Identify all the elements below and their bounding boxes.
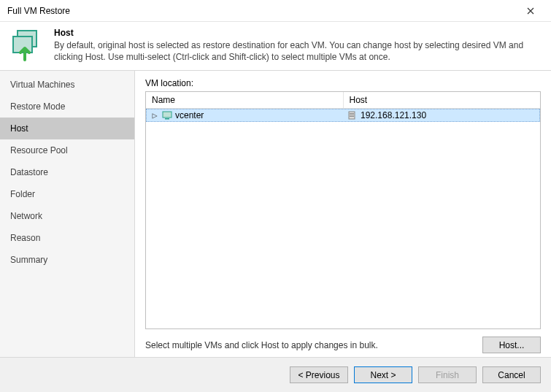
sidebar-item-host[interactable]: Host <box>0 118 134 139</box>
sidebar-item-restore-mode[interactable]: Restore Mode <box>0 96 134 118</box>
section-label-vm-location: VM location: <box>145 78 541 88</box>
vm-location-grid[interactable]: Name Host ▷ vcenter <box>145 91 541 329</box>
expand-toggle-icon[interactable]: ▷ <box>150 110 159 120</box>
finish-button[interactable]: Finish <box>418 366 477 383</box>
sidebar-item-virtual-machines[interactable]: Virtual Machines <box>0 74 134 96</box>
wizard-main-panel: VM location: Name Host ▷ vcenter <box>135 71 551 359</box>
vm-restore-icon <box>10 28 45 63</box>
host-button[interactable]: Host... <box>482 337 541 353</box>
svg-rect-5 <box>350 113 354 114</box>
vm-icon <box>162 111 172 120</box>
sidebar-item-summary[interactable]: Summary <box>0 249 134 271</box>
window-close-button[interactable] <box>516 0 545 22</box>
bulk-hint-text: Select multiple VMs and click Host to ap… <box>145 340 477 350</box>
close-icon <box>527 7 534 15</box>
wizard-header: Host By default, original host is select… <box>0 22 551 70</box>
svg-rect-3 <box>165 118 169 120</box>
sidebar-item-network[interactable]: Network <box>0 205 134 227</box>
cancel-button[interactable]: Cancel <box>482 366 541 383</box>
cell-host-text: 192.168.121.130 <box>361 110 426 120</box>
column-header-name[interactable]: Name <box>146 92 344 108</box>
sidebar-item-datastore[interactable]: Datastore <box>0 161 134 183</box>
grid-header: Name Host <box>146 92 540 109</box>
column-header-host[interactable]: Host <box>344 92 541 108</box>
window-titlebar: Full VM Restore <box>0 0 551 22</box>
table-row[interactable]: ▷ vcenter 192.168.121.130 <box>146 109 540 122</box>
svg-rect-7 <box>350 116 354 117</box>
sidebar-item-reason[interactable]: Reason <box>0 227 134 249</box>
cell-name-text: vcenter <box>175 110 204 120</box>
svg-rect-6 <box>350 115 354 115</box>
wizard-logo <box>10 28 45 63</box>
sidebar-item-folder[interactable]: Folder <box>0 183 134 205</box>
next-button[interactable]: Next > <box>354 366 412 383</box>
host-icon <box>347 111 358 120</box>
wizard-footer: < Previous Next > Finish Cancel <box>0 357 551 392</box>
cell-name: ▷ vcenter <box>146 109 343 122</box>
wizard-step-title: Host <box>54 28 541 38</box>
wizard-step-description: By default, original host is selected as… <box>54 39 541 63</box>
svg-rect-2 <box>163 112 172 118</box>
window-title: Full VM Restore <box>7 6 516 16</box>
previous-button[interactable]: < Previous <box>290 366 348 383</box>
cell-host: 192.168.121.130 <box>343 109 540 122</box>
sidebar-item-resource-pool[interactable]: Resource Pool <box>0 139 134 161</box>
wizard-steps-sidebar: Virtual Machines Restore Mode Host Resou… <box>0 71 135 359</box>
